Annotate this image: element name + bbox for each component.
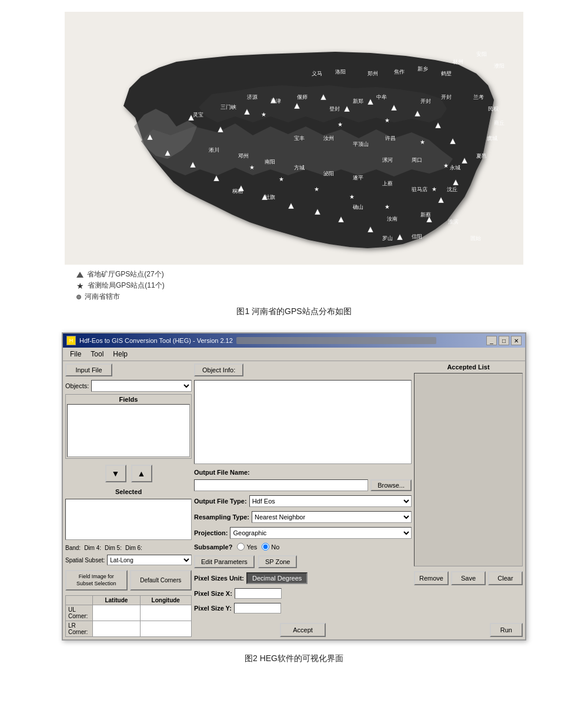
- fields-list[interactable]: [67, 404, 190, 457]
- svg-text:洛阳: 洛阳: [335, 69, 346, 75]
- pixel-sizes-unit-label: Pixel Sizes Unit:: [194, 575, 244, 582]
- svg-text:义马: 义马: [312, 71, 322, 76]
- dim4-label: Dim 4:: [84, 545, 101, 551]
- projection-row: Projection: Geographic: [194, 527, 412, 539]
- subsample-no-label[interactable]: No: [262, 543, 279, 551]
- spatial-subset-select[interactable]: Lat-Long: [107, 555, 192, 565]
- svg-text:民权: 民权: [488, 106, 499, 112]
- heg-content: Input File Objects: Fields ▼ ▲ Selected: [63, 361, 525, 639]
- svg-text:驻马店: 驻马店: [412, 186, 427, 192]
- svg-text:罗山: 罗山: [382, 235, 393, 241]
- heg-titlebar: H Hdf-Eos to GIS Conversion Tool (HEG) -…: [63, 334, 525, 348]
- output-file-input[interactable]: [194, 479, 368, 491]
- svg-text:★: ★: [261, 111, 266, 118]
- svg-text:漯河: 漯河: [382, 157, 393, 163]
- clear-button[interactable]: Clear: [488, 571, 523, 585]
- svg-text:★: ★: [443, 162, 449, 169]
- default-corners-button[interactable]: Default Corners: [130, 570, 192, 591]
- svg-text:★: ★: [432, 186, 437, 192]
- objects-select[interactable]: [91, 380, 192, 392]
- svg-text:许昌: 许昌: [385, 135, 396, 141]
- pixel-size-y-input[interactable]: [234, 603, 281, 613]
- output-file-type-label: Output File Type:: [194, 498, 247, 505]
- minimize-button[interactable]: _: [486, 336, 497, 345]
- svg-text:安阳: 安阳: [476, 51, 487, 57]
- run-button[interactable]: Run: [490, 623, 523, 637]
- ul-corner-row: UL Corner:: [66, 605, 192, 621]
- sp-zone-button[interactable]: SP Zone: [258, 555, 298, 568]
- menu-tool[interactable]: Tool: [86, 349, 108, 359]
- subsample-radio-group: Yes No: [237, 543, 279, 551]
- svg-text:郑州: 郑州: [368, 71, 378, 76]
- longitude-header: Longitude: [140, 596, 191, 605]
- info-display: [194, 380, 412, 464]
- svg-text:汝州: 汝州: [323, 135, 334, 141]
- svg-text:焦作: 焦作: [394, 69, 405, 75]
- subsample-no-radio[interactable]: [262, 543, 269, 551]
- svg-text:新乡: 新乡: [417, 66, 428, 72]
- corners-table: Latitude Longitude UL Corner: LR Corner:: [65, 595, 192, 637]
- object-info-button[interactable]: Object Info:: [194, 363, 243, 376]
- ul-corner-label: UL Corner:: [66, 605, 93, 621]
- remove-button[interactable]: Remove: [414, 571, 449, 585]
- edit-parameters-button[interactable]: Edit Parameters: [194, 555, 255, 568]
- svg-text:濮阳: 濮阳: [494, 63, 505, 69]
- output-file-type-select[interactable]: Hdf Eos: [249, 495, 412, 507]
- heg-menubar: File Tool Help: [63, 348, 525, 361]
- svg-text:宝丰: 宝丰: [294, 135, 305, 141]
- accept-button[interactable]: Accept: [280, 623, 326, 637]
- svg-text:★: ★: [349, 194, 355, 200]
- svg-text:三门峡: 三门峡: [220, 104, 236, 110]
- svg-text:偃师: 偃师: [297, 94, 308, 100]
- svg-text:桐柏: 桐柏: [232, 188, 243, 194]
- svg-text:平顶山: 平顶山: [353, 141, 369, 147]
- map-legend: 省地矿厅GPS站点(27个) ★ 省测绘局GPS站点(11个) 河南省辖市: [76, 269, 165, 302]
- input-file-button[interactable]: Input File: [65, 363, 112, 376]
- titlebar-controls[interactable]: _ □ ✕: [486, 336, 522, 345]
- fields-title: Fields: [67, 396, 190, 403]
- legend-item-2: ★ 省测绘局GPS站点(11个): [76, 281, 165, 291]
- subsample-row: Subsample? Yes No: [194, 543, 412, 551]
- lr-lat-input[interactable]: [93, 621, 140, 637]
- svg-text:夏邑: 夏邑: [476, 153, 487, 159]
- ul-lon-input[interactable]: [140, 605, 191, 621]
- titlebar-blurred-area: [236, 337, 436, 344]
- legend-star-icon: ★: [76, 281, 84, 291]
- svg-text:遂平: 遂平: [353, 175, 363, 181]
- image-subset-button[interactable]: Field Image forSubset Selection: [65, 570, 128, 591]
- svg-text:★: ★: [249, 164, 255, 171]
- close-button[interactable]: ✕: [511, 336, 522, 345]
- pixel-size-x-input[interactable]: [235, 588, 282, 599]
- maximize-button[interactable]: □: [499, 336, 509, 345]
- latitude-header: Latitude: [93, 596, 140, 605]
- subsample-yes-label[interactable]: Yes: [237, 543, 257, 551]
- ul-lat-input[interactable]: [93, 605, 140, 621]
- band-label: Band:: [65, 545, 81, 551]
- browse-button[interactable]: Browse...: [370, 479, 412, 491]
- output-file-label: Output File Name:: [194, 469, 412, 476]
- pixel-size-y-row: Pixel Size Y:: [194, 603, 412, 613]
- accepted-list-label: Accepted List: [414, 363, 523, 371]
- arrow-up-button[interactable]: ▲: [131, 465, 152, 482]
- svg-text:★: ★: [279, 176, 284, 182]
- pixel-size-x-label: Pixel Size X:: [194, 590, 232, 597]
- yes-text: Yes: [246, 543, 257, 551]
- projection-select[interactable]: Geographic: [230, 527, 412, 539]
- selected-list[interactable]: [65, 499, 192, 540]
- arrow-down-button[interactable]: ▼: [105, 465, 126, 482]
- resampling-type-select[interactable]: Nearest Neighbor: [252, 511, 412, 523]
- svg-text:济源: 济源: [247, 94, 258, 100]
- subsample-yes-radio[interactable]: [237, 543, 245, 551]
- lr-lon-input[interactable]: [140, 621, 191, 637]
- output-file-row: Browse...: [194, 479, 412, 491]
- legend-text-1: 省地矿厅GPS站点(27个): [87, 269, 164, 279]
- decimal-degrees-button[interactable]: Decimal Degrees: [246, 572, 308, 584]
- menu-help[interactable]: Help: [108, 349, 132, 359]
- legend-item-3: 河南省辖市: [76, 292, 165, 302]
- legend-text-3: 河南省辖市: [85, 292, 120, 302]
- no-text: No: [271, 543, 279, 551]
- menu-file[interactable]: File: [65, 349, 86, 359]
- arrow-buttons: ▼ ▲: [65, 461, 192, 486]
- legend-triangle-icon: [76, 272, 83, 278]
- save-button[interactable]: Save: [451, 571, 486, 585]
